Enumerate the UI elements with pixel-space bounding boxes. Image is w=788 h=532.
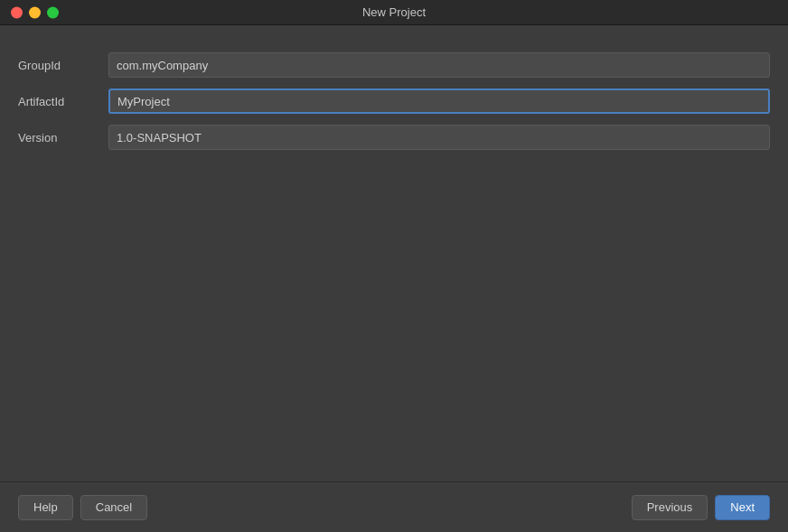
groupid-row: GroupId <box>18 52 770 78</box>
help-button[interactable]: Help <box>18 495 73 520</box>
footer: Help Cancel Previous Next <box>0 481 788 532</box>
artifactid-input[interactable] <box>108 89 770 114</box>
groupid-label: GroupId <box>18 59 108 72</box>
artifactid-row: ArtifactId <box>18 89 770 114</box>
footer-right-buttons: Previous Next <box>632 495 770 520</box>
title-bar: New Project <box>0 0 788 25</box>
form-area: GroupId ArtifactId Version <box>18 52 770 161</box>
next-button[interactable]: Next <box>715 495 770 520</box>
window-controls <box>11 6 59 18</box>
minimize-button[interactable] <box>29 6 41 18</box>
maximize-button[interactable] <box>47 6 59 18</box>
main-content: GroupId ArtifactId Version <box>0 25 788 481</box>
version-row: Version <box>18 125 770 150</box>
footer-left-buttons: Help Cancel <box>18 495 147 520</box>
artifactid-label: ArtifactId <box>18 95 108 108</box>
window-title: New Project <box>362 5 426 19</box>
version-label: Version <box>18 131 108 145</box>
close-button[interactable] <box>11 6 23 18</box>
previous-button[interactable]: Previous <box>632 495 708 520</box>
groupid-input[interactable] <box>108 52 770 78</box>
version-input[interactable] <box>108 125 770 150</box>
cancel-button[interactable]: Cancel <box>80 495 147 520</box>
